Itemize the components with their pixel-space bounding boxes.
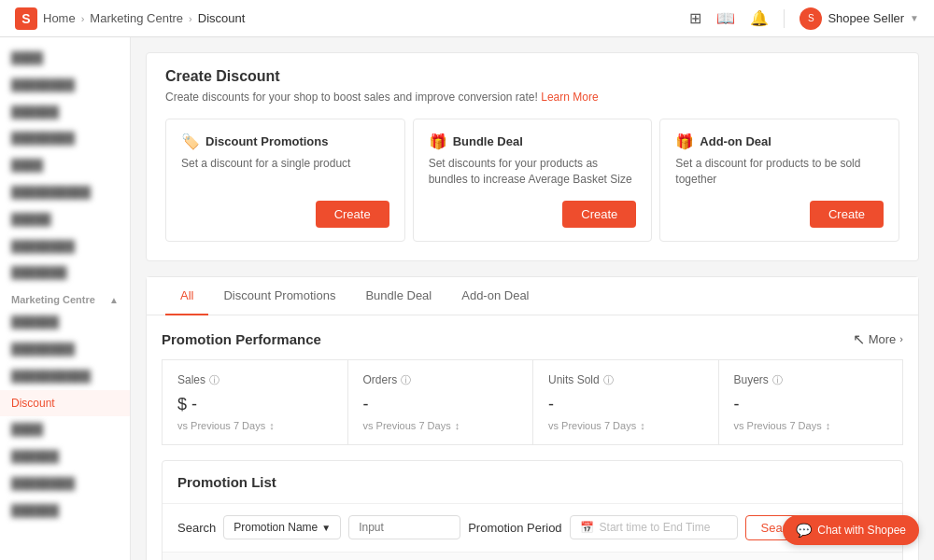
perf-units: Units Sold ⓘ - vs Previous 7 Days ↕: [532, 359, 718, 445]
breadcrumb-marketing[interactable]: Marketing Centre: [90, 11, 183, 25]
more-link[interactable]: ↖ More ›: [853, 330, 903, 348]
option-desc-bundle: Set discounts for your products as bundl…: [429, 156, 637, 188]
date-range-input[interactable]: 📅 Start time to End Time: [570, 515, 738, 539]
sidebar-sub-item-3[interactable]: ██████████: [0, 363, 130, 390]
tab-addon-deal[interactable]: Add-on Deal: [446, 277, 544, 315]
perf-orders-label: Orders ⓘ: [363, 373, 518, 387]
nav-actions: ⊞ 📖 🔔 S Shopee Seller ▼: [689, 7, 919, 30]
perf-buyers-label: Buyers ⓘ: [734, 373, 888, 387]
addon-deal-icon: 🎁: [675, 133, 694, 150]
option-desc-addon: Set a discount for products to be sold t…: [675, 156, 884, 188]
option-title-discount: 🏷️ Discount Promotions: [181, 133, 389, 150]
option-title-addon: 🎁 Add-on Deal: [675, 133, 884, 150]
sidebar-item-4[interactable]: ████████: [0, 125, 130, 152]
promotion-list-header: Promotion List: [163, 461, 902, 504]
sidebar-item-3[interactable]: ██████: [0, 99, 130, 126]
perf-sales-label: Sales ⓘ: [177, 373, 333, 387]
grid-icon[interactable]: ⊞: [689, 9, 701, 27]
learn-more-link[interactable]: Learn More: [541, 91, 598, 104]
create-discount-promotions-button[interactable]: Create: [316, 201, 389, 228]
col-header-all: All ▲: [163, 553, 333, 560]
col-header-period: Period: [628, 553, 794, 560]
sidebar-item-5[interactable]: ████: [0, 152, 130, 179]
option-title-bundle: 🎁 Bundle Deal: [429, 133, 637, 150]
perf-units-compare: vs Previous 7 Days ↕: [548, 420, 703, 431]
perf-orders-info-icon[interactable]: ⓘ: [401, 373, 411, 387]
create-discount-title: Create Discount: [165, 68, 899, 85]
tab-all[interactable]: All: [165, 277, 208, 315]
col-header-products: Products: [523, 553, 628, 560]
sidebar-sub-item-2[interactable]: ████████: [0, 336, 130, 363]
perf-section-header: Promotion Performance ↖ More ›: [162, 330, 903, 348]
perf-orders-compare: vs Previous 7 Days ↕: [363, 420, 518, 431]
sidebar-item-2[interactable]: ████████: [0, 72, 130, 99]
chat-widget[interactable]: 💬 Chat with Shopee: [783, 515, 919, 545]
promotion-list-section: Promotion List Search Promotion Name ▼ P…: [162, 460, 903, 560]
perf-units-value: -: [548, 395, 703, 414]
create-discount-card: Create Discount Create discounts for you…: [146, 52, 919, 261]
discount-promotions-icon: 🏷️: [181, 133, 200, 150]
addon-deal-option: 🎁 Add-on Deal Set a discount for product…: [659, 119, 899, 242]
search-input[interactable]: [348, 515, 460, 539]
sidebar-item-6[interactable]: ██████████: [0, 179, 130, 206]
perf-section-title: Promotion Performance: [162, 331, 321, 347]
sidebar-sub-item-6[interactable]: ████████: [0, 470, 130, 497]
perf-sales-compare: vs Previous 7 Days ↕: [177, 420, 333, 431]
sidebar-item-discount[interactable]: Discount: [0, 390, 130, 417]
sidebar-sub-item-7[interactable]: ██████: [0, 497, 130, 525]
sidebar-sub-item-4[interactable]: ████: [0, 416, 130, 443]
col-header-actions: Actions: [794, 553, 902, 560]
seller-avatar: S: [800, 7, 822, 30]
period-label: Promotion Period: [468, 521, 561, 535]
sidebar-collapse-icon[interactable]: ▲: [109, 295, 119, 305]
search-type-dropdown[interactable]: Promotion Name ▼: [223, 515, 341, 539]
promotion-list-title: Promotion List: [177, 474, 887, 490]
create-discount-desc: Create discounts for your shop to boost …: [165, 91, 899, 104]
trend-icon-4: ↕: [826, 420, 831, 431]
seller-name: Shopee Seller: [828, 11, 904, 25]
sidebar-section-marketing: Marketing Centre ▲: [0, 287, 130, 309]
search-label: Search: [177, 521, 216, 535]
dropdown-chevron-icon: ▼: [321, 523, 331, 533]
promotion-table: All ▲ Promotion Type Products Period Act…: [163, 553, 902, 560]
bell-icon[interactable]: 🔔: [750, 9, 769, 27]
breadcrumb-home[interactable]: Home: [43, 11, 76, 25]
trend-icon-2: ↕: [455, 420, 460, 431]
bundle-deal-option: 🎁 Bundle Deal Set discounts for your pro…: [413, 119, 653, 242]
table-header-row: All ▲ Promotion Type Products Period Act…: [163, 553, 902, 560]
sidebar-item-8[interactable]: ████████: [0, 233, 130, 260]
perf-buyers-compare: vs Previous 7 Days ↕: [734, 420, 888, 431]
sidebar: ████ ████████ ██████ ████████ ████ █████…: [0, 37, 131, 560]
breadcrumb-sep-1: ›: [81, 13, 85, 24]
create-bundle-deal-button[interactable]: Create: [562, 201, 636, 228]
perf-buyers: Buyers ⓘ - vs Previous 7 Days ↕: [718, 359, 904, 445]
create-addon-deal-button[interactable]: Create: [810, 201, 884, 228]
sidebar-item-7[interactable]: █████: [0, 206, 130, 233]
chevron-down-icon: ▼: [910, 13, 919, 23]
perf-sales-info-icon[interactable]: ⓘ: [209, 373, 219, 387]
trend-icon-3: ↕: [640, 420, 645, 431]
breadcrumb-area: S Home › Marketing Centre › Discount: [15, 7, 245, 30]
seller-account[interactable]: S Shopee Seller ▼: [800, 7, 919, 30]
perf-buyers-info-icon[interactable]: ⓘ: [772, 373, 783, 387]
breadcrumb-discount: Discount: [198, 11, 246, 25]
chevron-right-icon: ›: [899, 333, 903, 344]
sidebar-sub-item-1[interactable]: ██████: [0, 309, 130, 336]
sidebar-sub-item-5[interactable]: ██████: [0, 443, 130, 470]
tab-bundle-deal[interactable]: Bundle Deal: [350, 277, 446, 315]
book-icon[interactable]: 📖: [716, 9, 735, 27]
discount-options: 🏷️ Discount Promotions Set a discount fo…: [147, 104, 918, 260]
breadcrumb-sep-2: ›: [189, 13, 192, 24]
option-desc-discount: Set a discount for a single product: [181, 156, 389, 188]
tab-discount-promotions[interactable]: Discount Promotions: [208, 277, 350, 315]
perf-metrics-grid: Sales ⓘ $ - vs Previous 7 Days ↕ Orders …: [162, 359, 903, 445]
perf-units-info-icon[interactable]: ⓘ: [603, 373, 614, 387]
discount-promotions-option: 🏷️ Discount Promotions Set a discount fo…: [165, 119, 405, 242]
perf-sales-value: $ -: [177, 395, 333, 414]
top-navigation: S Home › Marketing Centre › Discount ⊞ 📖…: [0, 0, 934, 37]
sidebar-item-1[interactable]: ████: [0, 45, 130, 72]
promotion-tabs: All Discount Promotions Bundle Deal Add-…: [147, 277, 918, 315]
sidebar-item-9[interactable]: ███████: [0, 259, 130, 287]
perf-buyers-value: -: [734, 395, 888, 414]
cursor-icon: ↖: [853, 330, 865, 348]
